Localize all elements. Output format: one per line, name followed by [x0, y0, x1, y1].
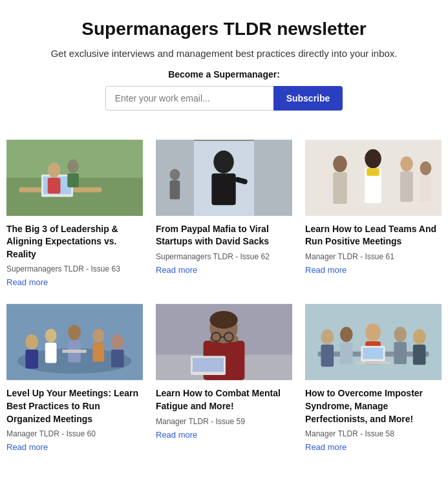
article-card: Learn How to Combat Mental Fatigue and M…: [149, 298, 299, 463]
article-card: How to Overcome Imposter Syndrome, Manag…: [299, 298, 448, 463]
svg-rect-6: [48, 178, 61, 194]
svg-rect-37: [92, 343, 104, 361]
subscribe-button[interactable]: Subscribe: [273, 86, 343, 111]
svg-rect-23: [367, 168, 379, 176]
svg-rect-51: [193, 358, 224, 372]
read-more-link[interactable]: Read more: [156, 430, 197, 440]
svg-point-45: [209, 311, 237, 328]
svg-rect-40: [62, 350, 86, 353]
svg-rect-63: [413, 345, 426, 365]
article-card: Learn How to Lead Teams And Run Positive…: [299, 134, 448, 299]
svg-point-15: [170, 169, 180, 180]
page-title: Supermanagers TLDR newsletter: [26, 18, 422, 40]
article-card: From Paypal Mafia to Viral Startups with…: [149, 134, 299, 299]
article-issue: Manager TLDR - Issue 58: [305, 429, 442, 438]
header-section: Supermanagers TLDR newsletter Get exclus…: [0, 0, 448, 129]
svg-rect-65: [363, 348, 383, 359]
svg-point-34: [68, 325, 81, 341]
svg-rect-66: [356, 362, 391, 365]
svg-rect-27: [420, 175, 432, 202]
svg-point-24: [400, 156, 413, 171]
article-card: Level Up Your Meetings: Learn Best Pract…: [0, 298, 149, 463]
read-more-link[interactable]: Read more: [156, 265, 197, 275]
article-issue: Supermanagers TLDR - Issue 63: [6, 264, 143, 273]
svg-point-60: [394, 327, 407, 343]
article-title: Level Up Your Meetings: Learn Best Pract…: [6, 387, 143, 425]
svg-point-21: [365, 149, 381, 167]
svg-rect-55: [321, 345, 334, 367]
svg-rect-57: [340, 342, 353, 364]
svg-point-36: [92, 329, 104, 343]
svg-rect-20: [333, 172, 347, 204]
article-issue: Manager TLDR - Issue 61: [305, 252, 442, 261]
svg-point-30: [25, 335, 38, 350]
article-image: [6, 139, 143, 217]
svg-rect-11: [194, 140, 254, 141]
become-label: Become a Supermanager:: [26, 69, 422, 80]
article-image: [305, 139, 442, 217]
svg-rect-39: [111, 350, 124, 367]
svg-rect-8: [67, 173, 79, 187]
read-more-link[interactable]: Read more: [305, 442, 347, 452]
svg-point-12: [213, 150, 233, 173]
read-more-link[interactable]: Read more: [6, 277, 48, 287]
article-issue: Manager TLDR - Issue 60: [6, 429, 143, 438]
svg-point-7: [67, 159, 79, 173]
article-image: [305, 303, 442, 381]
read-more-link[interactable]: Read more: [305, 265, 347, 275]
article-image: [6, 303, 143, 381]
svg-point-62: [413, 330, 426, 345]
svg-rect-31: [25, 350, 38, 369]
article-title: How to Overcome Imposter Syndrome, Manag…: [305, 387, 442, 425]
svg-rect-61: [394, 342, 407, 364]
article-issue: Manager TLDR - Issue 59: [156, 417, 292, 426]
svg-point-56: [340, 327, 353, 343]
articles-grid: The Big 3 of Leadership & Aligning Expec…: [0, 129, 448, 464]
svg-rect-25: [400, 171, 413, 202]
article-image: [156, 139, 292, 217]
article-title: Learn How to Combat Mental Fatigue and M…: [156, 387, 292, 412]
article-card: The Big 3 of Leadership & Aligning Expec…: [0, 134, 149, 299]
read-more-link[interactable]: Read more: [6, 442, 48, 452]
svg-point-26: [420, 161, 432, 175]
svg-point-54: [321, 330, 334, 345]
svg-rect-33: [45, 343, 57, 363]
article-title: The Big 3 of Leadership & Aligning Expec…: [6, 223, 143, 261]
svg-point-5: [48, 162, 61, 178]
article-title: From Paypal Mafia to Viral Startups with…: [156, 223, 292, 248]
svg-point-58: [365, 324, 381, 341]
svg-rect-13: [211, 173, 235, 205]
article-title: Learn How to Lead Teams And Run Positive…: [305, 223, 442, 248]
svg-point-38: [111, 335, 124, 350]
svg-point-32: [45, 329, 57, 343]
article-issue: Supermanagers TLDR - Issue 62: [156, 252, 292, 261]
subscribe-form: Subscribe: [26, 86, 422, 111]
subtitle-text: Get exclusive interviews and management …: [26, 48, 422, 59]
svg-rect-16: [170, 180, 180, 199]
svg-point-19: [333, 155, 347, 172]
article-image: [156, 303, 292, 381]
email-input[interactable]: [105, 86, 273, 111]
